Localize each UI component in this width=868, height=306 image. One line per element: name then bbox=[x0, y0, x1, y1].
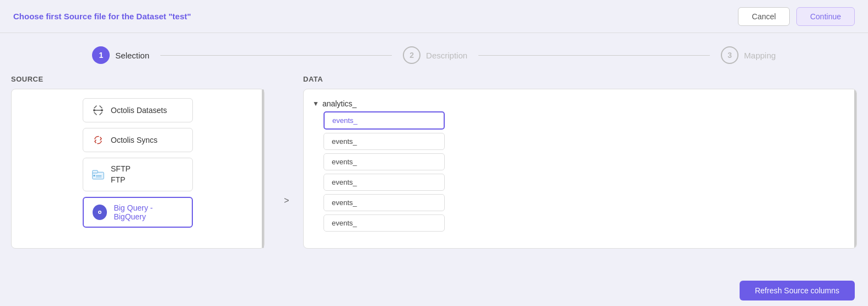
step-line-2 bbox=[478, 55, 710, 56]
syncs-label: Octolis Syncs bbox=[111, 136, 158, 144]
data-tree-children: events_ events_ events_ events_ events_ … bbox=[312, 111, 848, 232]
data-file-item[interactable]: events_ bbox=[324, 153, 445, 170]
svg-point-0 bbox=[93, 109, 95, 111]
bigquery-label: Big Query - BigQuery bbox=[114, 203, 183, 221]
step-mapping: 3 Mapping bbox=[721, 46, 776, 64]
dataset-name: "test" bbox=[169, 12, 191, 21]
step-selection: 1 Selection bbox=[92, 46, 149, 64]
continue-button[interactable]: Continue bbox=[796, 7, 855, 26]
svg-point-4 bbox=[93, 175, 95, 176]
chevron-down-icon: ▼ bbox=[312, 100, 319, 108]
data-file-item[interactable]: events_ bbox=[324, 194, 445, 211]
source-list: Octolis Datasets Octolis Syncs bbox=[11, 89, 265, 249]
source-item-datasets[interactable]: Octolis Datasets bbox=[83, 98, 193, 122]
file-label-5: events_ bbox=[332, 219, 357, 227]
data-panel: Data ▼ analytics_ events_ events_ events… bbox=[298, 75, 857, 304]
data-file-item[interactable]: events_ bbox=[324, 111, 445, 130]
arrow-separator: > bbox=[276, 97, 298, 304]
svg-point-8 bbox=[99, 212, 101, 213]
file-label-3: events_ bbox=[332, 178, 357, 186]
step-3-label: Mapping bbox=[744, 51, 776, 60]
source-item-bigquery[interactable]: Big Query - BigQuery bbox=[83, 197, 193, 228]
data-file-item[interactable]: events_ bbox=[324, 174, 445, 191]
source-item-syncs[interactable]: Octolis Syncs bbox=[83, 128, 193, 152]
step-description: 2 Description bbox=[403, 46, 467, 64]
file-label-1: events_ bbox=[332, 137, 357, 146]
step-1-circle: 1 bbox=[92, 46, 110, 64]
data-list: ▼ analytics_ events_ events_ events_ eve… bbox=[303, 89, 857, 249]
svg-rect-3 bbox=[93, 170, 98, 173]
step-2-circle: 2 bbox=[403, 46, 420, 64]
step-line-1 bbox=[160, 55, 392, 56]
header-buttons: Cancel Continue bbox=[738, 7, 855, 26]
data-scrollbar bbox=[854, 89, 856, 248]
ftp-bottom-label: FTP bbox=[111, 175, 131, 186]
source-label: Source bbox=[11, 75, 276, 83]
source-panel: Source Octolis Datasets bbox=[11, 75, 276, 304]
syncs-icon bbox=[92, 134, 104, 146]
bottom-bar: Refresh Source columns bbox=[0, 275, 868, 306]
stepper: 1 Selection 2 Description 3 Mapping bbox=[0, 33, 868, 75]
datasets-icon bbox=[92, 104, 104, 116]
sftp-icon bbox=[92, 169, 104, 181]
arrow-icon: > bbox=[284, 196, 289, 206]
refresh-source-columns-button[interactable]: Refresh Source columns bbox=[740, 281, 855, 300]
file-label-0: events_ bbox=[332, 116, 358, 125]
main-content: Source Octolis Datasets bbox=[0, 75, 868, 304]
file-label-4: events_ bbox=[332, 198, 357, 207]
step-2-label: Description bbox=[426, 51, 467, 60]
page-title: Choose first Source file for the Dataset… bbox=[13, 12, 191, 21]
header: Choose first Source file for the Dataset… bbox=[0, 0, 868, 33]
data-label: Data bbox=[303, 75, 857, 83]
step-2-number: 2 bbox=[409, 51, 414, 60]
bigquery-icon bbox=[93, 205, 107, 220]
file-label-2: events_ bbox=[332, 158, 357, 166]
source-scrollbar bbox=[262, 89, 264, 248]
svg-point-1 bbox=[101, 109, 103, 111]
cancel-button[interactable]: Cancel bbox=[738, 7, 790, 26]
step-3-circle: 3 bbox=[721, 46, 738, 64]
data-tree-root[interactable]: ▼ analytics_ bbox=[312, 96, 848, 111]
data-file-item[interactable]: events_ bbox=[324, 214, 445, 232]
sftp-label: SFTP FTP bbox=[111, 164, 131, 185]
sftp-top-label: SFTP bbox=[111, 164, 131, 175]
step-1-label: Selection bbox=[115, 51, 149, 60]
step-1-number: 1 bbox=[99, 51, 103, 60]
title-prefix: Choose first Source file for the Dataset bbox=[13, 12, 169, 21]
step-3-number: 3 bbox=[727, 51, 732, 60]
tree-root-label: analytics_ bbox=[322, 99, 357, 108]
source-item-sftp[interactable]: SFTP FTP bbox=[83, 158, 193, 191]
data-file-item[interactable]: events_ bbox=[324, 133, 445, 150]
datasets-label: Octolis Datasets bbox=[111, 106, 167, 115]
